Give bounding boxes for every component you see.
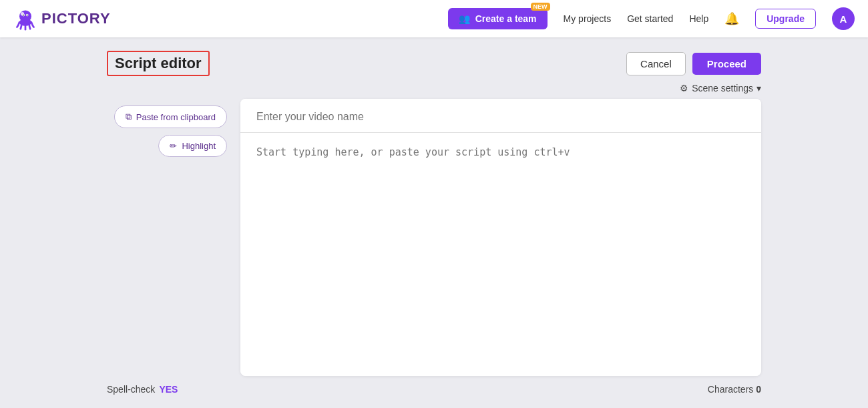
paste-from-clipboard-button[interactable]: ⧉ Paste from clipboard [114,106,227,128]
logo: PICTORY [13,7,111,31]
characters-area: Characters 0 [708,384,761,395]
help-link[interactable]: Help [689,13,708,24]
chevron-down-icon: ▾ [756,83,761,93]
header-actions: Cancel Proceed [626,52,761,75]
sidebar-tools: ⧉ Paste from clipboard ✏ Highlight [107,99,240,376]
script-editor-box [240,99,761,376]
scene-settings-button[interactable]: ⚙ Scene settings ▾ [680,83,761,93]
bell-icon[interactable]: 🔔 [724,11,739,26]
logo-text: PICTORY [41,10,111,27]
proceed-button[interactable]: Proceed [692,53,761,75]
paste-icon: ⧉ [126,112,132,122]
editor-wrapper: ⧉ Paste from clipboard ✏ Highlight [107,99,761,376]
gear-icon: ⚙ [680,83,688,93]
spell-check-label: Spell-check [107,384,155,395]
svg-point-6 [27,15,28,16]
scene-settings-label: Scene settings [692,83,753,93]
highlight-label: Highlight [182,141,216,151]
characters-count: 0 [756,384,761,395]
spell-check-toggle[interactable]: YES [159,384,178,395]
cancel-button[interactable]: Cancel [626,52,686,75]
logo-icon [13,7,37,31]
footer-bar: Spell-check YES Characters 0 [107,379,761,395]
create-team-button[interactable]: 👥 Create a team NEW [448,8,548,29]
paste-label: Paste from clipboard [136,112,216,122]
header-row: Script editor Cancel Proceed [107,51,761,76]
new-badge: NEW [531,3,550,11]
get-started-link[interactable]: Get started [627,13,673,24]
video-name-input[interactable] [240,99,761,133]
nav-links: 👥 Create a team NEW My projects Get star… [448,7,855,30]
highlight-icon: ✏ [170,141,177,151]
script-textarea[interactable] [240,133,761,376]
main-content: Script editor Cancel Proceed ⚙ Scene set… [0,37,868,408]
team-icon: 👥 [459,13,470,24]
highlight-button[interactable]: ✏ Highlight [158,135,227,157]
navbar: PICTORY 👥 Create a team NEW My projects … [0,0,868,37]
scene-settings-row: ⚙ Scene settings ▾ [107,83,761,93]
spell-check-area: Spell-check YES [107,384,178,395]
my-projects-link[interactable]: My projects [564,13,612,24]
characters-label: Characters [708,384,753,395]
avatar[interactable]: A [832,7,855,30]
page-title: Script editor [107,51,210,76]
svg-point-5 [23,15,24,16]
upgrade-button[interactable]: Upgrade [755,9,816,29]
create-team-label: Create a team [475,13,537,24]
